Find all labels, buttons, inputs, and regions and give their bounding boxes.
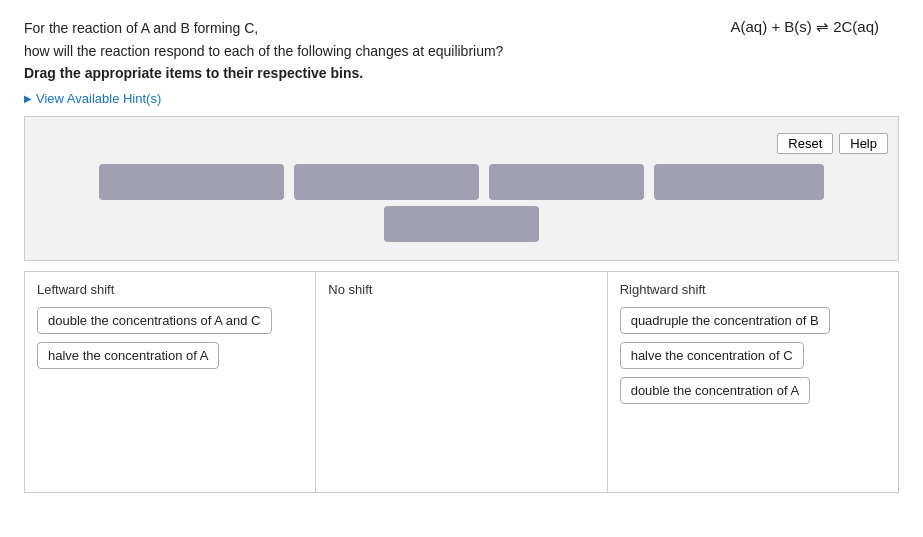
intro-line2: how will the reaction respond to each of…: [24, 43, 899, 59]
drag-items-row1: [35, 164, 888, 200]
hint-link[interactable]: ▶ View Available Hint(s): [24, 91, 161, 106]
toolbar: Reset Help: [35, 133, 888, 154]
bin-item-double-conc[interactable]: double the concentrations of A and C: [37, 307, 272, 334]
drag-placeholder-1: [99, 164, 284, 200]
drag-placeholder-5: [384, 206, 539, 242]
drag-items-row2: [35, 206, 888, 242]
bin-noshift: No shift: [316, 272, 607, 492]
drag-instruction: Drag the appropriate items to their resp…: [24, 65, 899, 81]
bin-rightward: Rightward shift quadruple the concentrat…: [608, 272, 898, 492]
equation-display: A(aq) + B(s) ⇌ 2C(aq): [731, 18, 879, 36]
bin-leftward: Leftward shift double the concentrations…: [25, 272, 316, 492]
bin-item-halve-c[interactable]: halve the concentration of C: [620, 342, 804, 369]
help-button[interactable]: Help: [839, 133, 888, 154]
hint-arrow-icon: ▶: [24, 93, 32, 104]
drag-placeholder-3: [489, 164, 644, 200]
bin-item-quadruple-b[interactable]: quadruple the concentration of B: [620, 307, 830, 334]
bin-noshift-title: No shift: [328, 282, 594, 297]
drag-zone: Reset Help: [24, 116, 899, 261]
reset-button[interactable]: Reset: [777, 133, 833, 154]
bins-row: Leftward shift double the concentrations…: [24, 271, 899, 493]
bin-item-halve-a[interactable]: halve the concentration of A: [37, 342, 219, 369]
hint-label: View Available Hint(s): [36, 91, 161, 106]
bin-item-double-a[interactable]: double the concentration of A: [620, 377, 810, 404]
drag-placeholder-4: [654, 164, 824, 200]
drag-placeholder-2: [294, 164, 479, 200]
bin-leftward-title: Leftward shift: [37, 282, 303, 297]
bin-rightward-title: Rightward shift: [620, 282, 886, 297]
